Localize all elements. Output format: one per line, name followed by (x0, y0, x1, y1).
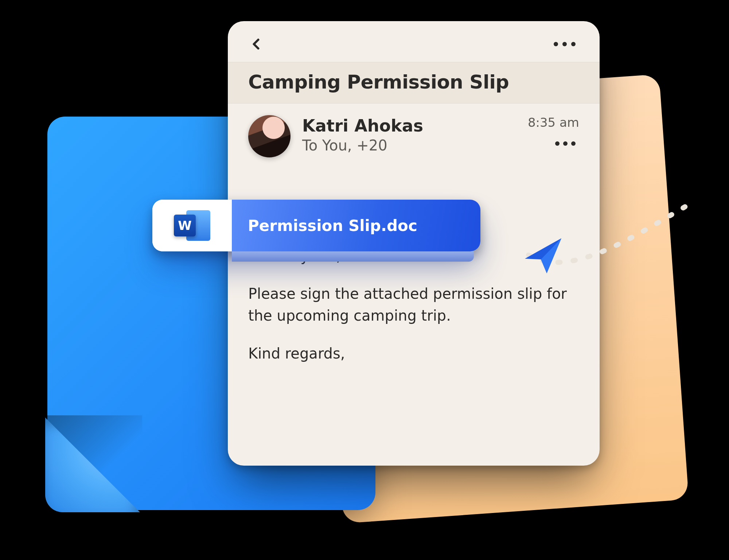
more-icon (555, 141, 560, 146)
sender-meta: 8:35 am (528, 115, 579, 149)
attachment-filename: Permission Slip.doc (232, 200, 480, 251)
email-subject: Camping Permission Slip (248, 71, 579, 93)
attachment-chip[interactable]: W Permission Slip.doc (152, 200, 480, 251)
body-signoff: Kind regards, (248, 342, 579, 364)
paper-plane-icon (521, 233, 565, 277)
chevron-left-icon (250, 38, 263, 51)
back-button[interactable] (248, 36, 265, 52)
email-header (228, 21, 600, 62)
attachment-icon-well: W (152, 200, 232, 251)
more-button[interactable] (550, 38, 579, 50)
recipients-line[interactable]: To You, +20 (302, 137, 516, 154)
send-button[interactable] (521, 233, 565, 277)
message-more-button[interactable] (551, 138, 579, 149)
subject-bar: Camping Permission Slip (228, 62, 600, 103)
avatar[interactable] (248, 115, 291, 157)
word-badge-letter: W (174, 215, 196, 236)
sender-row: Katri Ahokas To You, +20 8:35 am (228, 103, 600, 157)
sender-name: Katri Ahokas (302, 116, 516, 136)
sender-info: Katri Ahokas To You, +20 (302, 115, 516, 154)
email-time: 8:35 am (528, 115, 579, 130)
more-icon (554, 42, 558, 46)
body-paragraph: Please sign the attached permission slip… (248, 283, 579, 326)
word-doc-icon: W (174, 209, 210, 242)
